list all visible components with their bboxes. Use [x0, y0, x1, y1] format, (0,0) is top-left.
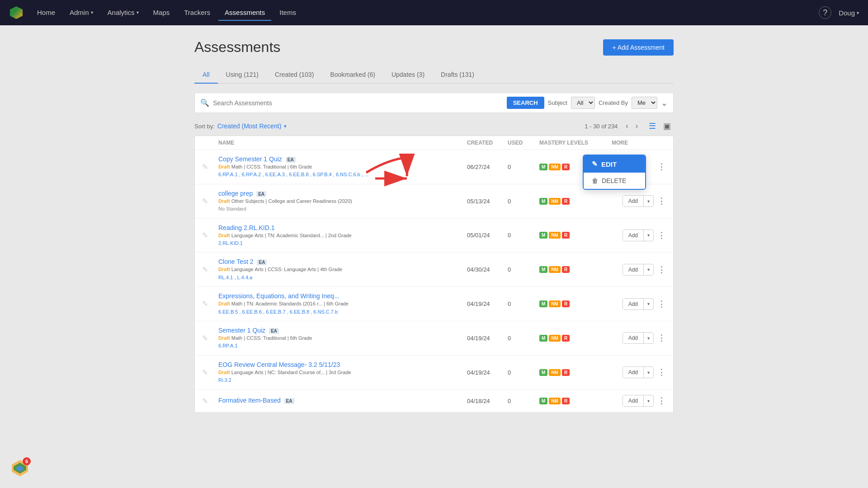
more-options-button[interactable]: ⋮ — [657, 299, 666, 309]
mastery-nm-badge: NM — [549, 335, 561, 342]
nav-assessments[interactable]: Assessments — [218, 5, 271, 21]
tab-updates[interactable]: Updates (3) — [383, 66, 433, 84]
grid-view-button[interactable]: ▣ — [660, 120, 674, 132]
user-name: Doug — [839, 9, 855, 17]
add-assessment-button[interactable]: + Add Assessment — [603, 39, 674, 56]
expand-search-icon[interactable]: ⌄ — [661, 98, 668, 108]
search-input[interactable] — [213, 99, 503, 107]
row-used: 0 — [508, 369, 539, 376]
assessment-name-link[interactable]: Reading 2.RL.KID.1 — [218, 224, 467, 231]
row-checkbox[interactable]: ✎ — [202, 397, 218, 405]
tab-using[interactable]: Using (121) — [218, 66, 267, 84]
add-label[interactable]: Add — [623, 196, 644, 206]
delete-label: DELETE — [602, 177, 626, 184]
add-label[interactable]: Add — [623, 395, 644, 406]
assessment-name-link[interactable]: Copy Semester 1 Quiz EA — [218, 155, 467, 163]
add-label[interactable]: Add — [623, 299, 644, 310]
delete-button[interactable]: 🗑 DELETE — [584, 173, 645, 189]
row-meta: Draft Language Arts | CCSS: Language Art… — [218, 266, 467, 273]
add-split-button: Add ▾ — [623, 395, 654, 407]
mastery-badges: M NM R — [539, 300, 612, 307]
row-checkbox[interactable]: ✎ — [202, 265, 218, 274]
row-used: 0 — [508, 164, 539, 170]
assessment-name-link[interactable]: Expressions, Equations, and Writing Ineq… — [218, 292, 467, 300]
add-caret-icon[interactable]: ▾ — [644, 197, 653, 206]
row-checkbox[interactable]: ✎ — [202, 334, 218, 343]
add-split-button: Add ▾ — [623, 298, 654, 310]
col-created: CREATED — [467, 140, 508, 146]
add-label[interactable]: Add — [623, 230, 644, 241]
nav-admin[interactable]: Admin ▾ — [63, 5, 99, 21]
help-button[interactable]: ? — [819, 6, 831, 19]
user-menu-button[interactable]: Doug ▾ — [839, 9, 859, 17]
nav-home[interactable]: Home — [31, 5, 61, 21]
mastery-r-badge: R — [562, 369, 570, 376]
row-actions-dropdown: ✎ EDIT 🗑 DELETE — [583, 155, 646, 190]
add-caret-icon[interactable]: ▾ — [644, 396, 653, 406]
mastery-nm-badge: NM — [549, 398, 561, 404]
row-checkbox[interactable]: ✎ — [202, 300, 218, 308]
bottom-logo[interactable]: 6 — [9, 457, 31, 479]
mastery-r-badge: R — [562, 300, 570, 307]
row-meta2: 2.RL.KID.1 — [218, 240, 467, 247]
row-meta: Draft Math | CCSS: Traditional | 6th Gra… — [218, 335, 467, 342]
logo[interactable] — [9, 5, 24, 20]
row-name-cell: Copy Semester 1 Quiz EA Draft Math | CCS… — [218, 155, 467, 178]
mastery-badges: M NM R — [539, 266, 612, 273]
add-caret-icon[interactable]: ▾ — [644, 265, 653, 274]
row-meta: Draft Language Arts | NC: Standard Cours… — [218, 369, 467, 376]
main-content: Assessments + Add Assessment All Using (… — [185, 25, 683, 427]
row-used: 0 — [508, 398, 539, 404]
mastery-badges: M NM R — [539, 335, 612, 342]
add-split-button: Add ▾ — [623, 230, 654, 241]
sort-bar: Sort by: Created (Most Recent) ▾ 1 - 30 … — [194, 120, 674, 132]
nav-trackers[interactable]: Trackers — [178, 5, 217, 21]
mastery-r-badge: R — [562, 198, 570, 205]
row-checkbox[interactable]: ✎ — [202, 231, 218, 239]
nav-items[interactable]: Items — [273, 5, 302, 21]
pagination-info: 1 - 30 of 234 — [585, 123, 618, 130]
more-options-button[interactable]: ⋮ — [657, 230, 666, 240]
more-options-button[interactable]: ⋮ — [657, 333, 666, 343]
assessment-name-link[interactable]: Semester 1 Quiz EA — [218, 327, 467, 334]
nav-analytics[interactable]: Analytics ▾ — [101, 5, 145, 21]
row-checkbox[interactable]: ✎ — [202, 197, 218, 206]
tab-all[interactable]: All — [194, 66, 218, 84]
sort-value[interactable]: Created (Most Recent) — [217, 122, 282, 130]
row-checkbox[interactable]: ✎ — [202, 163, 218, 171]
row-used: 0 — [508, 198, 539, 205]
row-used: 0 — [508, 266, 539, 273]
row-checkbox[interactable]: ✎ — [202, 368, 218, 377]
more-options-button[interactable]: ⋮ — [657, 196, 666, 206]
more-options-button[interactable]: ⋮ — [657, 162, 666, 172]
edit-button[interactable]: ✎ EDIT — [584, 155, 645, 173]
assessment-name-link[interactable]: college prep EA — [218, 190, 467, 197]
add-caret-icon[interactable]: ▾ — [644, 230, 653, 240]
tabs-bar: All Using (121) Created (103) Bookmarked… — [194, 66, 674, 84]
nav-maps[interactable]: Maps — [147, 5, 176, 21]
row-created: 05/13/24 — [467, 198, 508, 205]
add-label[interactable]: Add — [623, 367, 644, 378]
prev-page-button[interactable]: ‹ — [623, 121, 631, 131]
assessment-name-link[interactable]: Clone Test 2 EA — [218, 258, 467, 265]
add-caret-icon[interactable]: ▾ — [644, 299, 653, 309]
add-caret-icon[interactable]: ▾ — [644, 333, 653, 343]
created-by-select[interactable]: Me — [632, 97, 657, 109]
sort-chevron-icon: ▾ — [284, 123, 287, 129]
tab-bookmarked[interactable]: Bookmarked (6) — [322, 66, 383, 84]
list-view-button[interactable]: ☰ — [646, 120, 659, 132]
assessment-name-link[interactable]: EOG Review Central Message- 3.2 5/11/23 — [218, 361, 467, 368]
add-label[interactable]: Add — [623, 264, 644, 275]
add-caret-icon[interactable]: ▾ — [644, 368, 653, 377]
more-options-button[interactable]: ⋮ — [657, 367, 666, 377]
tab-created[interactable]: Created (103) — [267, 66, 322, 84]
mastery-nm-badge: NM — [549, 164, 561, 170]
more-options-button[interactable]: ⋮ — [657, 265, 666, 275]
next-page-button[interactable]: › — [633, 121, 641, 131]
search-button[interactable]: SEARCH — [507, 97, 544, 109]
add-label[interactable]: Add — [623, 333, 644, 343]
assessment-name-link[interactable]: Formative Item-Based EA — [218, 397, 467, 404]
tab-drafts[interactable]: Drafts (131) — [433, 66, 482, 84]
subject-select[interactable]: All — [571, 97, 595, 109]
more-options-button[interactable]: ⋮ — [657, 396, 666, 406]
